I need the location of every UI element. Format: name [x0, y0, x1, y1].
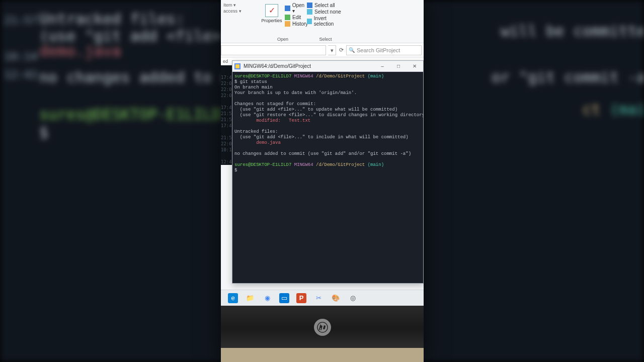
bg-line: Untracked files: — [39, 10, 185, 28]
invert-icon — [307, 19, 312, 24]
bg-line: or "git commit -a") — [492, 68, 644, 86]
bg-line: no changes added to co — [39, 68, 239, 86]
taskbar-obs[interactable]: ◎ — [348, 293, 358, 303]
properties-button[interactable]: Properties — [260, 18, 283, 23]
select-all-icon — [307, 3, 312, 8]
edit-icon — [285, 15, 290, 20]
monitor-bezel — [221, 306, 424, 362]
bg-line: will be committed) — [501, 22, 644, 40]
minimize-button[interactable]: – — [376, 63, 389, 69]
close-button[interactable]: ✕ — [408, 63, 421, 69]
taskbar-store[interactable]: ▭ — [279, 293, 289, 303]
select-none-button[interactable]: Select none — [305, 9, 346, 15]
svg-rect-1 — [235, 64, 239, 68]
address-bar: ▾ ⟳ 🔍 Search GitProject — [221, 43, 424, 57]
taskbar-snip[interactable]: ✂ — [313, 293, 324, 303]
history-icon — [285, 21, 290, 27]
invert-selection-button[interactable]: Invert selection — [305, 15, 346, 27]
bg-time: 10:14 — [4, 50, 37, 63]
refresh-button[interactable]: ⟳ — [336, 47, 346, 53]
ribbon-access-menu[interactable]: access ▾ — [222, 8, 243, 14]
terminal-title: MINGW64:/d/Demo/GitProject — [244, 63, 373, 69]
taskbar-powerpoint[interactable]: P — [296, 293, 306, 303]
bg-line: (main) — [610, 101, 644, 118]
search-placeholder: Search GitProject — [357, 47, 400, 53]
terminal-titlebar[interactable]: MINGW64:/d/Demo/GitProject – □ ✕ — [232, 61, 423, 72]
bg-line: $ — [39, 124, 48, 141]
mingw-icon — [234, 63, 240, 69]
bg-time: 12:42 — [4, 68, 37, 81]
properties-icon[interactable] — [265, 4, 278, 17]
terminal-body[interactable]: sures@DESKTOP-E1LILD7 MINGW64 /d/Demo/Gi… — [232, 72, 423, 283]
desk-surface — [221, 348, 424, 362]
terminal-window: MINGW64:/d/Demo/GitProject – □ ✕ sures@D… — [232, 60, 424, 284]
hp-logo — [314, 319, 331, 336]
taskbar-chrome[interactable]: ◉ — [262, 293, 272, 303]
svg-point-2 — [317, 322, 327, 332]
open-icon — [285, 6, 290, 11]
screen-crop: Item ▾ access ▾ Properties Open ▾ Edit H… — [221, 0, 424, 362]
select-none-icon — [307, 9, 312, 15]
bg-time: 21:57 — [4, 14, 37, 27]
taskbar-paint[interactable]: 🎨 — [331, 293, 341, 303]
ribbon-group-label: Select — [306, 37, 345, 43]
taskbar-explorer[interactable]: 📁 — [245, 293, 255, 303]
bg-line: demo.java — [39, 42, 121, 60]
taskbar: e 📁 ◉ ▭ P ✂ 🎨 ◎ — [221, 290, 424, 306]
address-input[interactable] — [221, 45, 326, 55]
select-all-button[interactable]: Select all — [305, 2, 346, 9]
search-input[interactable]: 🔍 Search GitProject — [346, 45, 422, 55]
bg-line: ct — [582, 101, 600, 118]
explorer-ribbon: Item ▾ access ▾ Properties Open ▾ Edit H… — [221, 0, 424, 43]
search-icon: 🔍 — [349, 47, 355, 53]
bg-line: sures@DESKTOP-E1LILD7 — [39, 106, 230, 123]
maximize-button[interactable]: □ — [392, 63, 405, 69]
taskbar-edge[interactable]: e — [228, 293, 238, 303]
ribbon-group-label: Open — [260, 37, 305, 43]
ribbon-item-menu[interactable]: Item ▾ — [222, 2, 243, 8]
address-dropdown[interactable]: ▾ — [328, 45, 336, 55]
log-time-gutter: 17:4122:0322:03 22:0317:41 21:5721:5717:… — [221, 65, 232, 165]
